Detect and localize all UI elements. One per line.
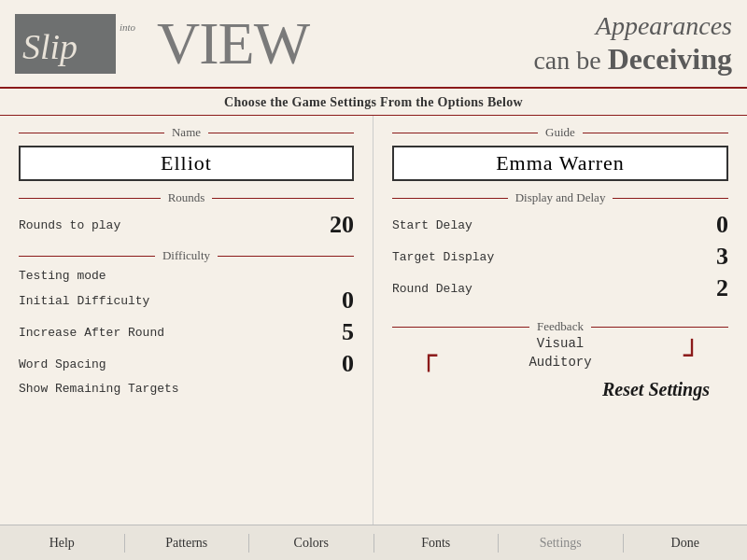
toolbar-colors[interactable]: Colors xyxy=(249,525,374,560)
tagline-can-be: can be xyxy=(533,46,600,75)
name-line-left xyxy=(19,133,164,133)
round-delay-row: Round Delay 2 xyxy=(392,274,728,302)
help-label: Help xyxy=(49,536,75,551)
name-section-header: Name xyxy=(19,125,354,140)
display-delay-line-right xyxy=(613,198,728,199)
done-label: Done xyxy=(671,536,699,551)
display-delay-line-left xyxy=(392,198,508,199)
testing-mode-label: Testing mode xyxy=(19,269,106,283)
toolbar-settings[interactable]: Settings xyxy=(499,525,623,560)
visual-label[interactable]: Visual xyxy=(537,336,584,351)
rounds-to-play-row: Rounds to play 20 xyxy=(19,211,354,239)
initial-difficulty-label: Initial Difficulty xyxy=(19,294,149,308)
tagline-line1: Appearances xyxy=(533,10,732,42)
toolbar-fonts[interactable]: Fonts xyxy=(374,525,499,560)
initial-difficulty-value: 0 xyxy=(326,287,354,315)
feedback-section-label: Feedback xyxy=(537,319,584,334)
feedback-options: Visual Auditory xyxy=(529,334,591,371)
tagline-deceiving: Deceiving xyxy=(608,42,732,76)
guide-section-header: Guide xyxy=(392,125,728,140)
name-section-label: Name xyxy=(172,125,201,140)
target-display-value: 3 xyxy=(700,243,728,271)
settings-label: Settings xyxy=(540,536,582,551)
rounds-to-play-value: 20 xyxy=(326,211,354,239)
header: Slip into VIEW Appearances can be Deceiv… xyxy=(0,0,747,89)
rounds-to-play-label: Rounds to play xyxy=(19,218,120,232)
start-delay-row: Start Delay 0 xyxy=(392,211,728,239)
feedback-section-header: Feedback xyxy=(392,319,728,334)
word-spacing-label: Word Spacing xyxy=(19,357,106,371)
svg-text:Slip: Slip xyxy=(22,27,78,66)
rounds-line-left xyxy=(19,198,161,199)
logo-area: Slip into VIEW xyxy=(15,9,309,78)
view-text: VIEW xyxy=(157,10,309,77)
target-display-row: Target Display 3 xyxy=(392,243,728,271)
initial-difficulty-row: Initial Difficulty 0 xyxy=(19,287,354,315)
feedback-box: ┌ Visual Auditory ┘ xyxy=(392,342,728,371)
patterns-label: Patterns xyxy=(165,536,207,551)
show-remaining-label: Show Remaining Targets xyxy=(19,382,179,396)
toolbar-help[interactable]: Help xyxy=(0,525,124,560)
reset-settings-label: Reset Settings xyxy=(602,379,710,399)
increase-after-round-row: Increase After Round 5 xyxy=(19,318,354,346)
bracket-top-left-icon: ┌ xyxy=(420,342,437,370)
main-content: Name Rounds Rounds to play 20 Difficulty… xyxy=(0,116,747,540)
round-delay-label: Round Delay xyxy=(392,282,472,296)
right-panel: Guide Display and Delay Start Delay 0 Ta… xyxy=(374,116,747,540)
display-delay-section-header: Display and Delay xyxy=(392,190,728,205)
difficulty-section-label: Difficulty xyxy=(162,248,210,263)
guide-section-label: Guide xyxy=(545,125,575,140)
testing-mode-row: Testing mode xyxy=(19,269,354,283)
show-remaining-row: Show Remaining Targets xyxy=(19,382,354,396)
slip-into-logo: Slip into xyxy=(15,10,153,77)
word-spacing-row: Word Spacing 0 xyxy=(19,350,354,378)
feedback-brackets-row: ┌ Visual Auditory ┘ xyxy=(392,342,728,371)
start-delay-label: Start Delay xyxy=(392,218,472,232)
guide-line-left xyxy=(392,133,538,133)
svg-text:into: into xyxy=(120,21,136,33)
guide-line-right xyxy=(583,133,728,133)
subtitle-text: Choose the Game Settings From the Option… xyxy=(224,95,523,109)
subtitle-bar: Choose the Game Settings From the Option… xyxy=(0,89,747,116)
tagline-line2: can be Deceiving xyxy=(533,41,732,77)
colors-label: Colors xyxy=(294,536,329,551)
increase-after-round-label: Increase After Round xyxy=(19,326,164,340)
view-logo: VIEW xyxy=(157,9,309,78)
rounds-section-label: Rounds xyxy=(168,190,205,205)
name-input[interactable] xyxy=(19,146,354,181)
word-spacing-value: 0 xyxy=(326,350,354,378)
difficulty-line-left xyxy=(19,256,155,257)
bottom-toolbar: Help Patterns Colors Fonts Settings Done xyxy=(0,525,747,560)
toolbar-done[interactable]: Done xyxy=(624,525,748,560)
left-panel: Name Rounds Rounds to play 20 Difficulty… xyxy=(0,116,374,540)
fonts-label: Fonts xyxy=(421,536,450,551)
feedback-line-left xyxy=(392,327,529,328)
difficulty-section-header: Difficulty xyxy=(19,248,354,263)
bracket-bottom-right-icon: ┘ xyxy=(684,342,700,370)
auditory-label[interactable]: Auditory xyxy=(529,355,591,370)
guide-input[interactable] xyxy=(392,146,728,181)
difficulty-line-right xyxy=(218,256,354,257)
increase-after-round-value: 5 xyxy=(326,318,354,346)
toolbar-patterns[interactable]: Patterns xyxy=(125,525,249,560)
round-delay-value: 2 xyxy=(700,274,728,302)
reset-settings-button[interactable]: Reset Settings xyxy=(392,371,728,408)
rounds-line-right xyxy=(212,198,354,199)
target-display-label: Target Display xyxy=(392,250,494,264)
start-delay-value: 0 xyxy=(700,211,728,239)
tagline: Appearances can be Deceiving xyxy=(533,10,732,77)
rounds-section-header: Rounds xyxy=(19,190,354,205)
display-delay-section-label: Display and Delay xyxy=(515,190,606,205)
name-line-right xyxy=(208,133,354,133)
feedback-line-right xyxy=(591,327,728,328)
